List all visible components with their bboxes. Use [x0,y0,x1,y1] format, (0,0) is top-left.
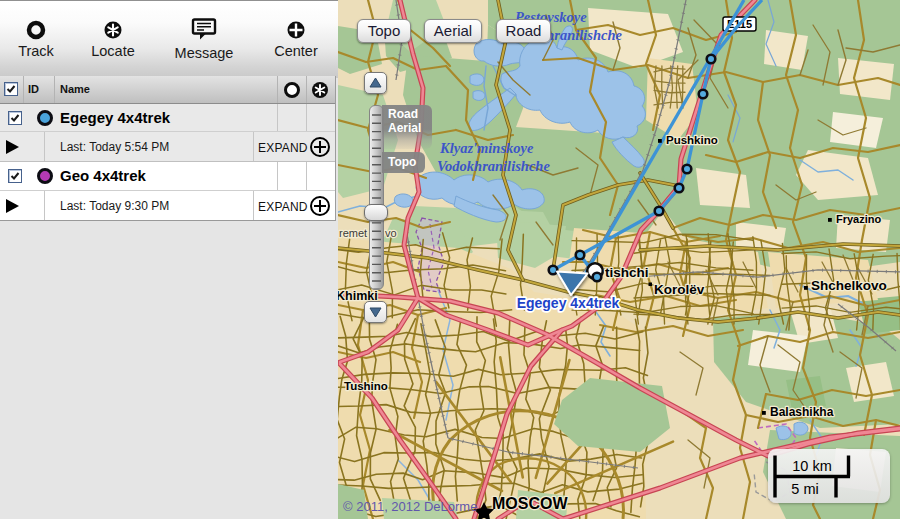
svg-text:Fryazino: Fryazino [836,213,882,225]
svg-text:Klyaz'minskoye: Klyaz'minskoye [439,140,534,156]
svg-text:Pushkino: Pushkino [666,134,718,146]
svg-text:Egegey 4x4trek: Egegey 4x4trek [517,295,620,311]
svg-text:khranilishche: khranilishche [539,27,623,43]
svg-text:remet: remet [339,227,367,239]
svg-text:Shchelkovo: Shchelkovo [811,278,887,293]
svg-text:Korolëv: Korolëv [654,282,705,297]
svg-text:Tushino: Tushino [344,380,388,392]
svg-text:5 mi: 5 mi [791,481,818,497]
svg-text:vo: vo [385,227,397,239]
svg-text:Balashikha: Balashikha [770,405,834,419]
svg-text:MOSCOW: MOSCOW [492,495,568,512]
svg-text:10 km: 10 km [792,458,832,474]
svg-text:Vodokhranilishche: Vodokhranilishche [437,158,550,174]
svg-text:© 2011, 2012 DeLorme: © 2011, 2012 DeLorme [343,499,477,514]
svg-text:tishchi: tishchi [605,265,649,280]
